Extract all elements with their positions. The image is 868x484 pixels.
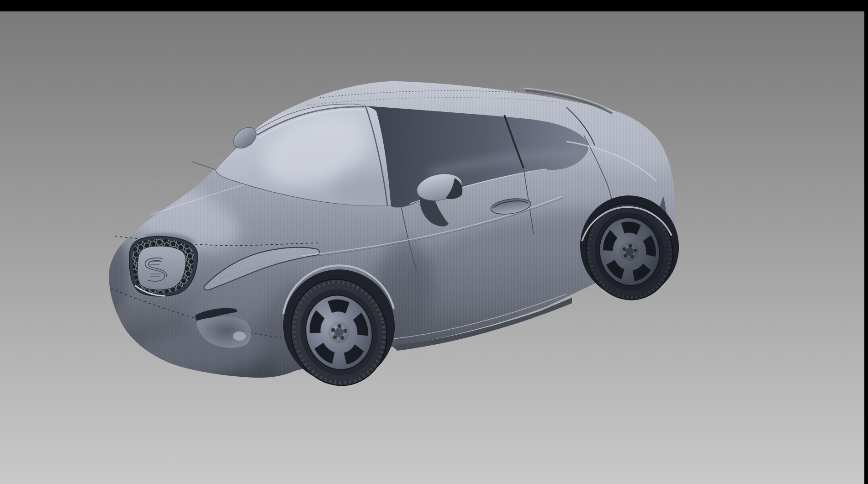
top-letterbox-bar xyxy=(0,0,868,11)
screen xyxy=(0,0,868,484)
right-letterbox-bar xyxy=(864,0,868,484)
grille-panel xyxy=(138,246,186,290)
grille xyxy=(129,236,198,296)
fog-light xyxy=(233,331,246,341)
cad-viewport[interactable] xyxy=(0,0,868,484)
